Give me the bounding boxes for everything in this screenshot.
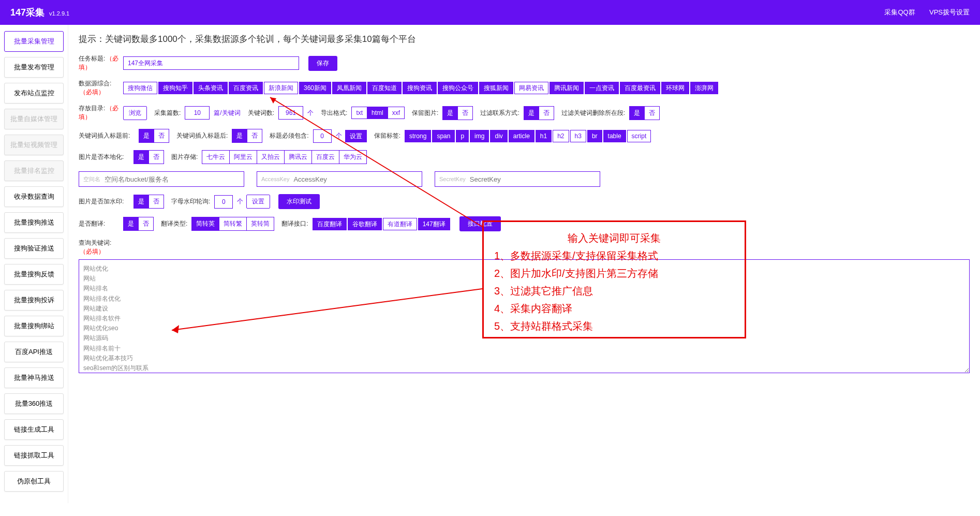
fmt-opt-txt[interactable]: txt xyxy=(351,107,367,119)
label-filter-kw-del: 过滤关键词删除所在段: xyxy=(561,109,625,117)
btn-must-set[interactable]: 设置 xyxy=(345,130,367,142)
source-tag-15[interactable]: 环球网 xyxy=(661,82,689,94)
row-kw-label: 查询关键词:（必填） xyxy=(79,239,970,256)
input-secretkey[interactable] xyxy=(470,175,596,183)
opt-no[interactable]: 否 xyxy=(154,129,169,143)
source-tag-8[interactable]: 搜狗资讯 xyxy=(403,82,437,94)
trans-type-2[interactable]: 英转简 xyxy=(247,217,274,231)
keep-tag-span[interactable]: span xyxy=(432,130,455,142)
sidebar-item-7[interactable]: 批量搜狗推送 xyxy=(4,212,64,233)
source-tag-9[interactable]: 搜狗公众号 xyxy=(438,82,478,94)
source-tag-5[interactable]: 360新闻 xyxy=(299,82,331,94)
sidebar-item-1[interactable]: 批量发布管理 xyxy=(4,57,64,78)
source-tag-11[interactable]: 网易资讯 xyxy=(514,82,548,94)
fmt-opt-xxf[interactable]: xxf xyxy=(388,107,405,119)
sidebar-item-13[interactable]: 批量神马推送 xyxy=(4,367,64,388)
label-kwcount: 关键词数: xyxy=(248,109,274,117)
label-count: 采集篇数: xyxy=(154,109,181,117)
store-opt-3[interactable]: 腾讯云 xyxy=(285,150,312,164)
label-watermark: 图片是否加水印: xyxy=(79,197,130,206)
keep-tag-p[interactable]: p xyxy=(456,130,469,142)
opt-no[interactable]: 否 xyxy=(458,106,473,120)
keep-tag-img[interactable]: img xyxy=(470,130,489,142)
source-tag-4[interactable]: 新浪新闻 xyxy=(264,82,298,94)
opt-no[interactable]: 否 xyxy=(539,106,554,120)
input-kwcount[interactable] xyxy=(278,106,303,120)
store-opt-2[interactable]: 又拍云 xyxy=(257,150,285,164)
row-sources: 数据源综合:（必填） 搜狗微信搜狗知乎头条资讯百度资讯新浪新闻360新闻凤凰新闻… xyxy=(79,79,970,97)
sidebar-item-16[interactable]: 链接抓取工具 xyxy=(4,445,64,466)
wm-test-button[interactable]: 水印测试 xyxy=(278,194,320,209)
browse-button[interactable]: 浏览 xyxy=(123,106,147,120)
save-button[interactable]: 保存 xyxy=(308,56,337,71)
source-tag-12[interactable]: 腾讯新闻 xyxy=(550,82,584,94)
source-tag-6[interactable]: 凤凰新闻 xyxy=(332,82,366,94)
input-task-title[interactable] xyxy=(123,56,299,70)
sidebar-item-11[interactable]: 批量搜狗绑站 xyxy=(4,316,64,336)
sidebar-item-17[interactable]: 伪原创工具 xyxy=(4,471,64,492)
trans-api-3[interactable]: 147翻译 xyxy=(418,218,450,230)
opt-no[interactable]: 否 xyxy=(645,106,660,120)
sidebar-item-0[interactable]: 批量采集管理 xyxy=(4,31,64,52)
source-tag-1[interactable]: 搜狗知乎 xyxy=(158,82,192,94)
keep-tag-br[interactable]: br xyxy=(587,130,602,142)
source-tag-16[interactable]: 澎湃网 xyxy=(690,82,718,94)
trans-api-1[interactable]: 谷歌翻译 xyxy=(348,218,382,230)
sidebar-item-14[interactable]: 批量360推送 xyxy=(4,393,64,414)
source-tag-3[interactable]: 百度资讯 xyxy=(229,82,263,94)
input-accesskey[interactable] xyxy=(293,175,418,183)
opt-yes[interactable]: 是 xyxy=(133,195,149,209)
source-tag-7[interactable]: 百度知道 xyxy=(367,82,402,94)
sidebar-item-9[interactable]: 批量搜狗反馈 xyxy=(4,264,64,285)
wm-set-button[interactable]: 设置 xyxy=(246,195,270,209)
opt-yes[interactable]: 是 xyxy=(139,129,154,143)
opt-yes[interactable]: 是 xyxy=(524,106,539,120)
keep-tag-h3[interactable]: h3 xyxy=(570,130,586,142)
source-tag-0[interactable]: 搜狗微信 xyxy=(123,82,157,94)
input-wm-loop[interactable] xyxy=(214,195,233,209)
textarea-keywords[interactable] xyxy=(79,259,970,373)
fmt-opt-html[interactable]: html xyxy=(367,107,388,119)
keep-tag-table[interactable]: table xyxy=(603,130,626,142)
trans-type-1[interactable]: 简转繁 xyxy=(219,217,247,231)
trans-type-0[interactable]: 简转英 xyxy=(191,217,219,231)
input-must-contain[interactable] xyxy=(313,129,332,143)
store-opt-4[interactable]: 百度云 xyxy=(312,150,339,164)
sidebar: 批量采集管理批量发布管理发布站点监控批量自媒体管理批量短视频管理批量排名监控收录… xyxy=(0,25,68,503)
source-tag-10[interactable]: 搜狐新闻 xyxy=(479,82,513,94)
store-opt-5[interactable]: 华为云 xyxy=(339,150,367,164)
sidebar-item-6[interactable]: 收录数据查询 xyxy=(4,186,64,207)
keep-tag-h1[interactable]: h1 xyxy=(536,130,552,142)
source-tag-13[interactable]: 一点资讯 xyxy=(585,82,619,94)
opt-no[interactable]: 否 xyxy=(149,195,164,209)
opt-no[interactable]: 否 xyxy=(149,150,164,164)
link-vps-dial[interactable]: VPS拨号设置 xyxy=(929,8,970,16)
source-tag-2[interactable]: 头条资讯 xyxy=(194,82,228,94)
input-count[interactable] xyxy=(185,106,210,120)
opt-no[interactable]: 否 xyxy=(247,129,262,143)
sidebar-item-15[interactable]: 链接生成工具 xyxy=(4,419,64,440)
keep-tag-script[interactable]: script xyxy=(627,130,651,142)
keep-tag-h2[interactable]: h2 xyxy=(553,130,569,142)
keep-tag-strong[interactable]: strong xyxy=(405,130,431,142)
trans-api-0[interactable]: 百度翻译 xyxy=(313,218,347,230)
store-opt-0[interactable]: 七牛云 xyxy=(202,150,230,164)
input-space-name[interactable] xyxy=(105,175,240,183)
trans-api-2[interactable]: 有道翻译 xyxy=(383,218,417,230)
sidebar-item-2[interactable]: 发布站点监控 xyxy=(4,83,64,104)
opt-yes[interactable]: 是 xyxy=(133,150,149,164)
source-tag-14[interactable]: 百度最资讯 xyxy=(620,82,660,94)
opt-yes[interactable]: 是 xyxy=(232,129,247,143)
opt-yes[interactable]: 是 xyxy=(123,217,139,231)
keep-tag-div[interactable]: div xyxy=(490,130,507,142)
api-config-button[interactable]: 接口配置 xyxy=(459,216,501,231)
opt-yes[interactable]: 是 xyxy=(629,106,645,120)
link-qq-group[interactable]: 采集QQ群 xyxy=(884,8,915,16)
opt-yes[interactable]: 是 xyxy=(442,106,458,120)
sidebar-item-10[interactable]: 批量搜狗投诉 xyxy=(4,290,64,311)
store-opt-1[interactable]: 阿里云 xyxy=(230,150,257,164)
keep-tag-article[interactable]: article xyxy=(509,130,534,142)
sidebar-item-12[interactable]: 百度API推送 xyxy=(4,342,64,362)
opt-no[interactable]: 否 xyxy=(139,217,154,231)
sidebar-item-8[interactable]: 搜狗验证推送 xyxy=(4,238,64,259)
